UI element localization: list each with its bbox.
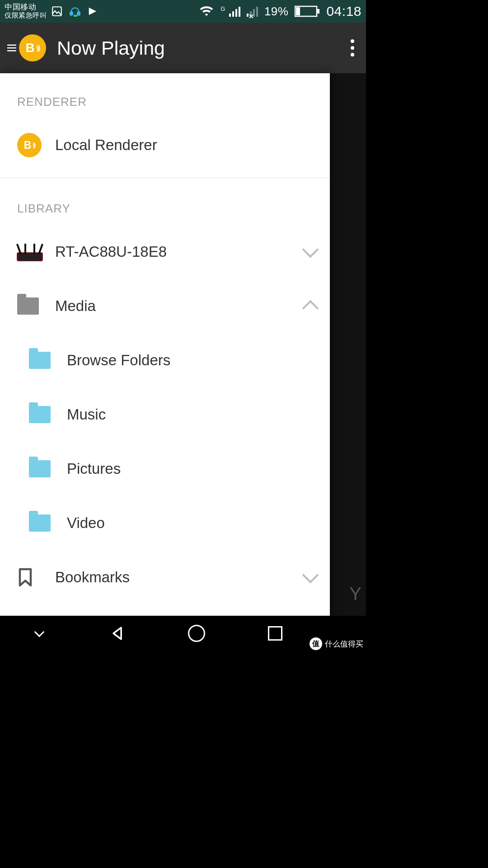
- watermark: 值 什么值得买: [310, 637, 363, 650]
- folder-icon: [29, 460, 51, 477]
- library-item-device[interactable]: RT-AC88U-18E8: [0, 225, 330, 279]
- carrier-name: 中国移动: [5, 3, 47, 12]
- svg-rect-8: [7, 47, 16, 49]
- signal-icon-1: [229, 6, 240, 17]
- image-icon: [51, 5, 63, 17]
- navigation-drawer: RENDERER B·)) Local Renderer LIBRARY RT-…: [0, 73, 330, 616]
- folder-icon: [29, 406, 51, 423]
- battery-percent: 19%: [264, 5, 289, 19]
- battery-icon: [295, 5, 320, 18]
- folder-icon: [17, 297, 39, 315]
- menu-icon[interactable]: [7, 42, 16, 54]
- svg-rect-2: [77, 12, 80, 15]
- system-nav-bar: 值 什么值得买: [0, 616, 366, 651]
- folder-icon: [29, 352, 51, 369]
- status-indicators: G 19% 04:18: [199, 4, 361, 19]
- renderer-icon: B·)): [17, 133, 42, 157]
- svg-rect-1: [70, 12, 72, 15]
- watermark-badge: 值: [310, 637, 322, 650]
- nav-home-button[interactable]: [169, 620, 224, 647]
- overflow-menu-button[interactable]: [346, 35, 359, 61]
- play-icon: [87, 6, 97, 17]
- section-library-label: LIBRARY: [0, 180, 330, 225]
- background-underlay[interactable]: Y: [330, 73, 366, 616]
- media-child-label: Music: [67, 406, 316, 423]
- action-bar: B·)) Now Playing: [0, 23, 366, 73]
- carrier-status: 仅限紧急呼叫: [5, 12, 47, 19]
- carrier-label: 中国移动 仅限紧急呼叫: [5, 3, 47, 19]
- library-item-label: RT-AC88U-18E8: [55, 243, 305, 260]
- media-child-label: Video: [67, 514, 316, 532]
- content-area: Y RENDERER B·)) Local Renderer LIBRARY R…: [0, 73, 366, 616]
- library-item-virtual[interactable]: Virtual folders: [0, 604, 330, 616]
- media-child-label: Browse Folders: [67, 352, 316, 369]
- headset-icon: [69, 5, 81, 17]
- bookmark-icon: [17, 567, 33, 588]
- section-renderer-label: RENDERER: [0, 73, 330, 118]
- wifi-icon: [199, 5, 214, 17]
- library-item-bookmarks[interactable]: Bookmarks: [0, 550, 330, 604]
- library-item-label: Media: [55, 297, 305, 315]
- library-item-media[interactable]: Media: [0, 279, 330, 333]
- media-child-label: Pictures: [67, 460, 316, 477]
- divider: [0, 178, 330, 178]
- chevron-down-icon: [302, 567, 319, 584]
- svg-rect-5: [296, 7, 300, 15]
- media-child-pictures[interactable]: Pictures: [0, 442, 330, 496]
- folder-icon: [29, 514, 51, 532]
- svg-rect-7: [7, 45, 16, 46]
- library-item-label: Bookmarks: [55, 569, 305, 586]
- watermark-text: 什么值得买: [325, 639, 363, 649]
- svg-rect-3: [74, 15, 78, 17]
- media-child-browse[interactable]: Browse Folders: [0, 333, 330, 387]
- clock: 04:18: [326, 4, 361, 19]
- status-bar: 中国移动 仅限紧急呼叫 G 19% 04:18: [0, 0, 366, 23]
- peek-letter: Y: [349, 584, 361, 604]
- media-child-music[interactable]: Music: [0, 387, 330, 442]
- renderer-item-local[interactable]: B·)) Local Renderer: [0, 118, 330, 172]
- chevron-up-icon: [302, 300, 319, 317]
- chevron-down-icon: [302, 241, 319, 258]
- nav-back-button[interactable]: [91, 620, 145, 647]
- svg-rect-9: [7, 50, 16, 52]
- nav-dropdown-button[interactable]: [12, 620, 66, 647]
- svg-rect-6: [317, 9, 319, 14]
- app-logo-icon: B·)): [19, 34, 46, 61]
- media-child-video[interactable]: Video: [0, 496, 330, 550]
- renderer-item-label: Local Renderer: [55, 137, 316, 154]
- page-title: Now Playing: [57, 37, 165, 59]
- nav-recent-button[interactable]: [248, 620, 302, 647]
- notification-icons: [51, 5, 97, 17]
- signal-icon-2: [247, 6, 258, 17]
- network-type: G: [221, 5, 225, 12]
- router-icon: [17, 243, 42, 261]
